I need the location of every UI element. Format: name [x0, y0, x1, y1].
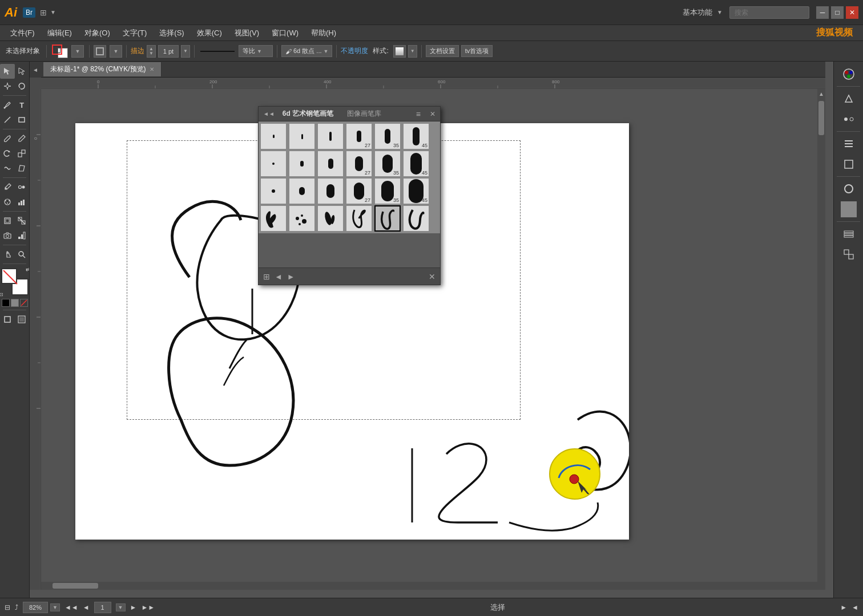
brush-cell-7[interactable] [260, 151, 287, 177]
page-nav-first[interactable]: ◄◄ [64, 603, 78, 611]
stroke-color-area[interactable] [51, 43, 69, 59]
scroll-down-arrow[interactable]: ▼ [818, 589, 824, 590]
brush-footer-play[interactable]: ► [287, 272, 295, 281]
preferences-button[interactable]: tv首选项 [461, 45, 493, 57]
layout-icon[interactable]: ⊞ [40, 8, 47, 17]
blend-tool[interactable] [15, 180, 30, 194]
zoom-dropdown-arrow[interactable]: ▼ [50, 603, 60, 611]
scroll-thumb[interactable] [818, 101, 824, 135]
stroke-panel-button[interactable] [838, 179, 859, 199]
doc-settings-button[interactable]: 文档设置 [426, 45, 459, 57]
menu-view[interactable]: 视图(V) [229, 26, 265, 40]
menu-file[interactable]: 文件(F) [5, 26, 41, 40]
menu-effect[interactable]: 效果(C) [191, 26, 228, 40]
vertical-scrollbar[interactable]: ▲ ▼ [817, 89, 825, 590]
pen-tool[interactable] [0, 98, 15, 112]
gray-slider[interactable] [841, 201, 857, 217]
workspace-dropdown[interactable]: ▼ [717, 9, 723, 15]
rotate-tool[interactable] [0, 146, 15, 161]
status-back[interactable]: ◄ [852, 603, 858, 611]
horizontal-scrollbar[interactable] [41, 582, 817, 590]
menu-help[interactable]: 帮助(H) [305, 26, 342, 40]
brush-cell-9[interactable] [317, 151, 344, 177]
slice-tool[interactable] [15, 213, 30, 228]
menu-select[interactable]: 选择(S) [154, 26, 189, 40]
magic-wand-tool[interactable] [0, 79, 15, 94]
style-swatch[interactable] [393, 45, 406, 58]
reset-colors-icon[interactable]: ⊡ [0, 292, 3, 297]
zoom-tool[interactable] [15, 247, 30, 262]
export-icon[interactable]: ⤴ [15, 603, 18, 611]
direct-select-tool[interactable] [15, 64, 30, 79]
scale-tool[interactable] [15, 146, 30, 161]
artboard-tool[interactable] [0, 213, 15, 228]
scroll-up-arrow[interactable]: ▲ [818, 89, 824, 99]
tab-close-icon[interactable]: ✕ [150, 66, 154, 72]
brush-footer-prev[interactable]: ◄ [275, 272, 283, 281]
brush-cell-8[interactable] [289, 151, 315, 177]
brush-cell-18[interactable]: 45 [403, 178, 429, 204]
br-logo[interactable]: Br [23, 7, 35, 18]
transform-panel-button[interactable] [838, 154, 859, 175]
main-canvas-area[interactable]: 0 200 400 600 800 [30, 78, 825, 590]
swap-colors-icon[interactable]: ⇄ [26, 266, 30, 273]
free-distort-tool[interactable] [15, 161, 30, 176]
nav-icon[interactable]: ⊟ [5, 603, 10, 611]
brush-cell-21[interactable] [317, 205, 344, 232]
select-tool[interactable] [0, 64, 15, 79]
screen-mode-normal[interactable] [0, 312, 15, 327]
brush-cell-23-selected[interactable] [374, 205, 401, 232]
chart-tool[interactable] [15, 228, 30, 243]
brush-cell-17[interactable]: 35 [374, 178, 401, 204]
black-swatch[interactable] [2, 299, 10, 307]
page-nav-next[interactable]: ► [130, 603, 137, 611]
brush-footer-library[interactable]: ⊞ [263, 272, 270, 281]
brush-cell-20[interactable] [289, 205, 315, 232]
zoom-input[interactable] [23, 602, 48, 613]
color-boxes[interactable]: ⇄ ⊡ [1, 268, 29, 295]
stroke-swatch-dropdown2[interactable]: ▼ [110, 45, 122, 58]
brush-cell-4[interactable]: 27 [346, 123, 372, 149]
change-screen-mode[interactable] [15, 312, 30, 327]
canvas-tab[interactable]: 未标题-1* @ 82% (CMYK/预览) ✕ [43, 62, 162, 76]
type-tool[interactable]: T [15, 98, 30, 112]
brush-panel-menu[interactable]: ≡ [416, 110, 421, 119]
tab-collapse-left[interactable]: ◄ [30, 62, 41, 78]
camera-tool[interactable] [0, 228, 15, 243]
brush-cell-14[interactable] [289, 178, 315, 204]
brush-cell-19[interactable] [260, 205, 287, 232]
symbol-tool[interactable] [0, 194, 15, 209]
page-nav-prev[interactable]: ◄ [83, 603, 90, 611]
brush-cell-2[interactable] [289, 123, 315, 149]
column-graph-tool[interactable] [15, 194, 30, 209]
stroke-style-dropdown[interactable]: 等比 ▼ [239, 45, 273, 57]
page-dropdown-arrow[interactable]: ▼ [116, 603, 126, 611]
artboards-panel-button[interactable] [838, 244, 859, 265]
ruler-corner[interactable] [30, 78, 41, 89]
stroke-unit-dropdown[interactable]: ▼ [181, 45, 190, 58]
color-panel-button[interactable] [838, 64, 859, 84]
stroke-value-input[interactable] [158, 45, 179, 58]
status-forward[interactable]: ► [840, 603, 847, 611]
menu-object[interactable]: 对象(O) [79, 26, 116, 40]
none-swatch[interactable] [20, 299, 28, 307]
hand-tool[interactable] [0, 247, 15, 262]
menu-edit[interactable]: 编辑(E) [42, 26, 78, 40]
brush-panel-tab2[interactable]: 图像画笔库 [347, 109, 381, 119]
minimize-button[interactable]: ─ [816, 6, 829, 19]
line-tool[interactable] [0, 112, 15, 127]
brush-cell-22[interactable] [346, 205, 372, 232]
style-dropdown[interactable]: ▼ [408, 45, 417, 58]
align-panel-button[interactable] [838, 133, 859, 154]
swatch-panel-button[interactable] [838, 109, 859, 129]
brush-footer-delete[interactable]: ✕ [429, 272, 435, 281]
h-scroll-thumb[interactable] [53, 583, 98, 589]
page-number-input[interactable] [94, 602, 111, 613]
gray-swatch[interactable] [11, 299, 19, 307]
maximize-button[interactable]: □ [831, 6, 844, 19]
brush-cell-3[interactable] [317, 123, 344, 149]
stroke-swatch-dropdown[interactable] [94, 45, 106, 58]
page-nav-last[interactable]: ►► [141, 603, 155, 611]
close-button[interactable]: ✕ [846, 6, 858, 19]
eyedropper-tool[interactable] [0, 180, 15, 194]
